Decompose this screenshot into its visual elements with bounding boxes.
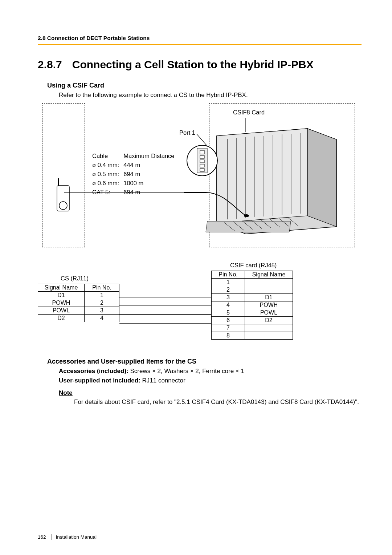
cable-cell: CAT 5: — [92, 188, 123, 197]
accessories-included: Accessories (included): Screws × 2, Wash… — [59, 368, 362, 375]
cable-cell: ø 0.4 mm: — [92, 161, 123, 169]
cell: D1 — [38, 292, 85, 299]
cs-dashed-box — [42, 103, 85, 247]
intro-paragraph: Refer to the following example to connec… — [59, 92, 362, 99]
table-row: 3D1 — [212, 294, 293, 301]
cs-rj11-caption: CS (RJ11) — [61, 275, 89, 282]
accessories-user-supplied: User-supplied not included: RJ11 connect… — [59, 377, 362, 384]
acc-user-text: RJ11 connector — [142, 377, 185, 384]
table-row: ø 0.6 mm:1000 m — [92, 179, 178, 187]
col-header: Signal Name — [245, 271, 293, 279]
cell: 7 — [212, 324, 245, 332]
table-row: Signal Name Pin No. — [38, 284, 119, 292]
svg-rect-16 — [206, 221, 291, 232]
acc-user-label: User-supplied not included: — [59, 377, 142, 384]
csif8-card-label: CSIF8 Card — [233, 109, 265, 116]
cell: 4 — [85, 315, 119, 322]
cable-cell: ø 0.5 mm: — [92, 170, 123, 178]
svg-rect-29 — [200, 155, 204, 158]
section-number: 2.8.7 — [38, 58, 62, 71]
cell: 6 — [212, 317, 245, 324]
table-row: D11 — [38, 292, 119, 299]
cable-header-col1: Cable — [92, 152, 123, 160]
col-header: Pin No. — [85, 284, 119, 292]
cell: 4 — [212, 301, 245, 309]
table-row: D24 — [38, 315, 119, 322]
svg-marker-5 — [217, 129, 307, 223]
cell — [245, 324, 293, 332]
svg-rect-28 — [200, 150, 204, 154]
cable-cell: 1000 m — [123, 179, 178, 187]
svg-rect-32 — [200, 169, 204, 171]
table-row: 8 — [212, 332, 293, 340]
cell: 2 — [85, 299, 119, 307]
cell: POWL — [38, 307, 85, 315]
page: 2.8 Connection of DECT Portable Stations… — [0, 0, 392, 555]
cable-cell: 694 m — [123, 188, 178, 197]
table-row: ø 0.5 mm:694 m — [92, 170, 178, 178]
cell: D2 — [38, 315, 85, 322]
table-row: 7 — [212, 324, 293, 332]
section-title: 2.8.7Connecting a Cell Station to the Hy… — [38, 58, 362, 71]
cable-header-col2: Maximum Distance — [123, 152, 178, 160]
table-row: 6D2 — [212, 317, 293, 324]
col-header: Signal Name — [38, 284, 85, 292]
subheading-accessories: Accessories and User-supplied Items for … — [47, 358, 362, 365]
table-row: 4POWH — [212, 301, 293, 309]
cell — [245, 286, 293, 294]
running-header: 2.8 Connection of DECT Portable Stations — [38, 35, 362, 45]
subheading-csif: Using a CSIF Card — [47, 82, 362, 89]
cell: 3 — [85, 307, 119, 315]
cable-cell: 444 m — [123, 161, 178, 169]
table-row: 5POWL — [212, 309, 293, 317]
cell: 8 — [212, 332, 245, 340]
cell: 1 — [212, 279, 245, 286]
cell: 1 — [85, 292, 119, 299]
cell: 5 — [212, 309, 245, 317]
cell: POWH — [38, 299, 85, 307]
table-row: POWH2 — [38, 299, 119, 307]
svg-point-33 — [244, 214, 249, 217]
table-row: ø 0.4 mm:444 m — [92, 161, 178, 169]
pbx-cabinet-icon — [184, 118, 351, 241]
pinout-area: CS (RJ11) CSIF card (RJ45) Signal Name P… — [38, 262, 357, 356]
table-row: POWL3 — [38, 307, 119, 315]
cable-distance-table: Cable Maximum Distance ø 0.4 mm:444 m ø … — [91, 151, 179, 197]
cell: D2 — [245, 317, 293, 324]
csif-rj45-caption: CSIF card (RJ45) — [230, 262, 277, 269]
cell-station-icon — [50, 178, 77, 222]
pin-wiring-diagram — [119, 293, 212, 344]
table-row: Pin No. Signal Name — [212, 271, 293, 279]
cell: POWL — [245, 309, 293, 317]
svg-marker-6 — [307, 129, 336, 227]
cell — [245, 332, 293, 340]
table-row: Cable Maximum Distance — [92, 152, 178, 160]
table-row: CAT 5:694 m — [92, 188, 178, 197]
table-row: 1 — [212, 279, 293, 286]
cell: 2 — [212, 286, 245, 294]
svg-rect-31 — [200, 164, 204, 167]
page-number: 162 — [38, 534, 52, 540]
section-title-text: Connecting a Cell Station to the Hybrid … — [72, 58, 314, 70]
cell — [245, 279, 293, 286]
cell: 3 — [212, 294, 245, 301]
cell: POWH — [245, 301, 293, 309]
svg-point-1 — [59, 202, 67, 210]
page-footer: 162Installation Manual — [38, 534, 97, 540]
cs-pinout-table: Signal Name Pin No. D11 POWH2 POWL3 D24 — [38, 284, 119, 322]
csif-pinout-table: Pin No. Signal Name 1 2 3D1 4POWH 5POWL … — [211, 271, 293, 340]
table-row: 2 — [212, 286, 293, 294]
manual-name: Installation Manual — [56, 534, 97, 540]
note-body: For details about CSIF card, refer to "2… — [74, 398, 361, 406]
col-header: Pin No. — [212, 271, 245, 279]
svg-rect-30 — [200, 160, 204, 163]
note-heading: Note — [59, 389, 362, 397]
connection-diagram: Cable Maximum Distance ø 0.4 mm:444 m ø … — [38, 100, 357, 247]
cell: D1 — [245, 294, 293, 301]
acc-included-text: Screws × 2, Washers × 2, Ferrite core × … — [130, 368, 244, 374]
cable-cell: ø 0.6 mm: — [92, 179, 123, 187]
cable-cell: 694 m — [123, 170, 178, 178]
acc-included-label: Accessories (included): — [59, 368, 130, 374]
